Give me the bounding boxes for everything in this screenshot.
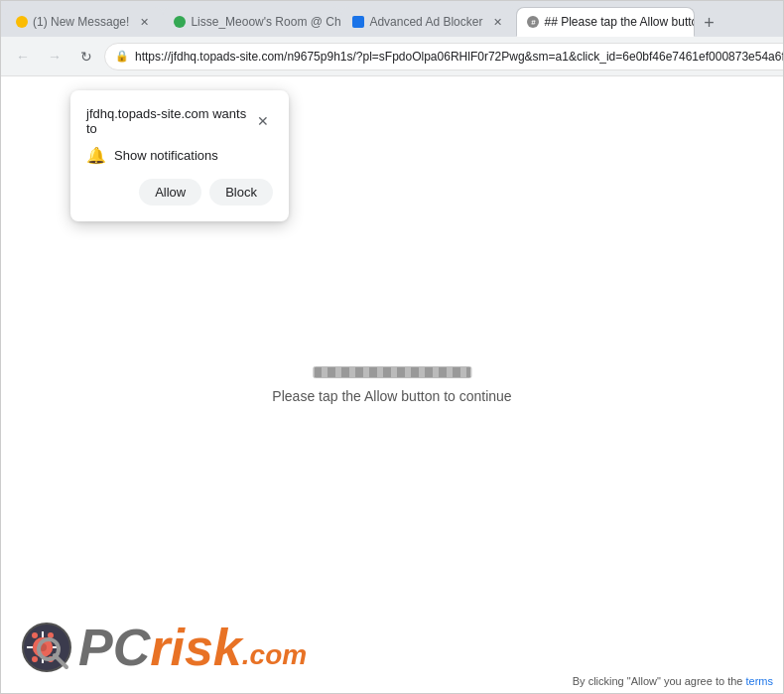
tab-2-label: Lisse_Meoow's Room @ Che... — [191, 15, 341, 29]
tab-1-label: (1) New Message! — [33, 15, 129, 29]
allow-button[interactable]: Allow — [139, 179, 201, 206]
back-button[interactable]: ← — [9, 43, 37, 70]
forward-button[interactable]: → — [41, 43, 68, 70]
popup-permission-row: 🔔 Show notifications — [86, 146, 273, 165]
refresh-button[interactable]: ↻ — [72, 43, 100, 70]
tab-3-favicon — [352, 16, 364, 28]
terms-link[interactable]: terms — [746, 675, 774, 687]
tab-1-favicon — [16, 16, 28, 28]
popup-site: jfdhq.topads-site.com — [86, 106, 209, 121]
popup-buttons: Allow Block — [86, 179, 273, 206]
block-button[interactable]: Block — [209, 179, 273, 206]
tab-4[interactable]: # ## Please tap the Allow butto... ✕ — [516, 7, 695, 37]
page-content: jfdhq.topads-site.com wants to ✕ 🔔 Show … — [1, 76, 783, 693]
progress-text: Please tap the Allow button to continue — [272, 388, 511, 404]
footer-note: By clicking "Allow" you agree to the ter… — [573, 675, 773, 687]
toolbar: ← → ↻ 🔒 https://jfdhq.topads-site.com/n9… — [1, 37, 783, 76]
notification-popup: jfdhq.topads-site.com wants to ✕ 🔔 Show … — [70, 90, 289, 221]
pcrisk-watermark: PC risk .com — [21, 622, 307, 673]
permission-text: Show notifications — [114, 148, 218, 163]
pcrisk-logo-icon — [21, 622, 72, 673]
chrome-browser: (1) New Message! ✕ Lisse_Meoow's Room @ … — [1, 1, 783, 693]
svg-point-8 — [32, 632, 38, 638]
tab-bar: (1) New Message! ✕ Lisse_Meoow's Room @ … — [1, 1, 783, 37]
tab-1-close[interactable]: ✕ — [136, 14, 152, 30]
tab-4-favicon: # — [527, 16, 539, 28]
tab-3[interactable]: Advanced Ad Blocker ✕ — [341, 7, 516, 37]
popup-title: jfdhq.topads-site.com wants to — [86, 106, 254, 136]
address-bar[interactable]: 🔒 https://jfdhq.topads-site.com/n9675p9h… — [104, 43, 784, 70]
dotcom-text: .com — [242, 641, 307, 669]
tab-2-favicon — [174, 16, 186, 28]
risk-text: risk — [150, 622, 242, 673]
tab-3-label: Advanced Ad Blocker — [369, 15, 482, 29]
lock-icon: 🔒 — [115, 50, 129, 63]
bell-icon: 🔔 — [86, 146, 106, 165]
page-center-content: Please tap the Allow button to continue — [272, 366, 511, 404]
tab-3-close[interactable]: ✕ — [489, 14, 505, 30]
tab-2[interactable]: Lisse_Meoow's Room @ Che... ✕ — [163, 7, 341, 37]
footer-text: By clicking "Allow" you agree to the — [573, 675, 743, 687]
progress-bar — [313, 366, 471, 378]
forward-icon: → — [48, 49, 62, 65]
back-icon: ← — [16, 49, 30, 65]
popup-close-button[interactable]: ✕ — [254, 111, 273, 131]
close-icon: ✕ — [257, 113, 269, 129]
pcrisk-brand: PC risk .com — [78, 622, 307, 673]
new-tab-button[interactable]: + — [695, 9, 722, 37]
svg-point-10 — [32, 656, 38, 662]
pc-text: PC — [78, 622, 150, 673]
tab-4-label: ## Please tap the Allow butto... — [544, 15, 695, 29]
url-text: https://jfdhq.topads-site.com/n9675p9h1s… — [135, 50, 784, 64]
popup-header: jfdhq.topads-site.com wants to ✕ — [86, 106, 273, 136]
tab-1[interactable]: (1) New Message! ✕ — [5, 7, 163, 37]
refresh-icon: ↻ — [80, 49, 92, 65]
